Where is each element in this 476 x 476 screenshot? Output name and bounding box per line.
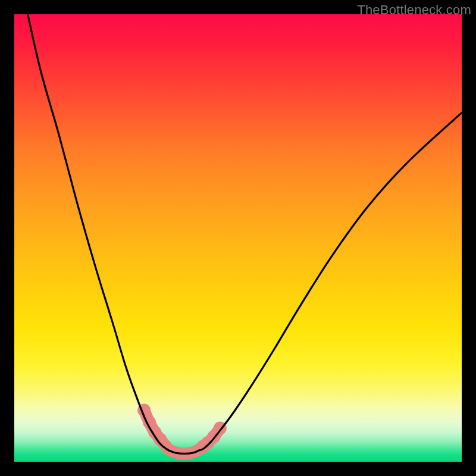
outer-frame: TheBottleneck.com [0,0,476,476]
chart-paths [28,14,462,453]
curve-layer [14,14,462,462]
series-main-curve [28,14,462,453]
plot-area [14,14,462,462]
